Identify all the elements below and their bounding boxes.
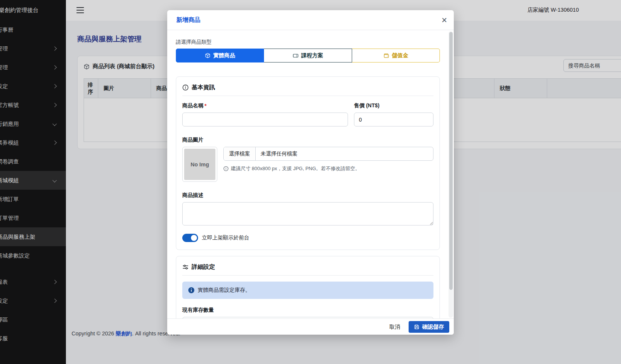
stock-info-alert: 實體商品需設定庫存。	[182, 282, 433, 299]
divider	[182, 275, 433, 276]
modal-title: 新增商品	[176, 16, 200, 24]
product-name-input[interactable]	[182, 113, 348, 126]
modal-scrollbar-track[interactable]	[449, 31, 453, 318]
cube-icon	[205, 53, 211, 58]
no-file-chosen-text: 未選擇任何檔案	[256, 151, 302, 157]
publish-toggle[interactable]	[182, 234, 198, 242]
product-name-label: 商品名稱*	[182, 102, 348, 110]
wallet-icon	[383, 53, 389, 59]
close-icon[interactable]: ×	[441, 15, 447, 25]
description-textarea[interactable]	[182, 202, 433, 225]
no-image-placeholder: No Img	[184, 149, 215, 180]
product-type-tabs: 實體商品 課程方案 儲值金	[176, 49, 440, 62]
sliders-icon	[182, 264, 189, 270]
image-hint: 建議尺寸 800x800 px，支援 JPG, PNG。若不修改請留空。	[223, 165, 433, 172]
detail-settings-header: 詳細設定	[182, 262, 433, 271]
description-label: 商品描述	[182, 192, 433, 199]
divider	[182, 96, 433, 96]
info-filled-icon	[188, 287, 194, 293]
ticket-icon	[293, 53, 299, 59]
add-product-modal: 新增商品 × 請選擇商品類型 實體商品 課程方案 儲值金 基本資訊	[167, 10, 454, 335]
save-icon	[414, 324, 420, 330]
detail-settings-section: 詳細設定 實體商品需設定庫存。 現有庫存數量	[176, 256, 440, 318]
info-circle-icon	[182, 84, 189, 91]
modal-footer: 取消 確認儲存	[167, 318, 454, 335]
product-type-label: 請選擇商品類型	[176, 39, 440, 46]
modal-body: 請選擇商品類型 實體商品 課程方案 儲值金 基本資訊	[167, 30, 454, 318]
tab-course-plan[interactable]: 課程方案	[264, 49, 352, 62]
price-label: 售價 (NT$)	[354, 102, 433, 110]
modal-header: 新增商品 ×	[167, 10, 454, 30]
choose-file-button[interactable]: 選擇檔案	[224, 147, 256, 160]
basic-info-section: 基本資訊 商品名稱* 售價 (NT$) 商品圖片 No Img	[176, 76, 440, 250]
publish-toggle-label: 立即上架顯示於前台	[202, 235, 249, 241]
tab-physical-product[interactable]: 實體商品	[176, 49, 264, 62]
modal-scrollbar-thumb[interactable]	[449, 32, 453, 290]
price-input[interactable]	[354, 113, 433, 126]
basic-info-header: 基本資訊	[182, 83, 433, 92]
stock-quantity-label: 現有庫存數量	[182, 306, 433, 314]
required-mark: *	[204, 103, 206, 109]
confirm-save-button[interactable]: 確認儲存	[409, 321, 449, 333]
image-preview-frame: No Img	[182, 147, 217, 182]
cancel-button[interactable]: 取消	[384, 321, 406, 333]
info-circle-icon	[223, 166, 229, 171]
product-image-label: 商品圖片	[182, 136, 433, 144]
tab-stored-value[interactable]: 儲值金	[352, 49, 440, 62]
file-upload-input[interactable]: 選擇檔案 未選擇任何檔案	[223, 147, 433, 161]
